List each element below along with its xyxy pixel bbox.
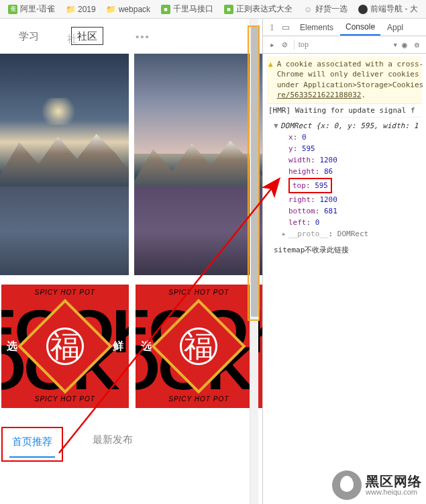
- bookmark-yuque[interactable]: 雀阿里-语雀: [4, 2, 59, 16]
- devtools-panel: ⟟ ▭ Elements Console Appl ▸ ⊘ top ▼ ◉ ⚙ …: [263, 19, 426, 504]
- content-tabs: 首页推荐 最新发布: [0, 417, 262, 475]
- devtools-tabbar: ⟟ ▭ Elements Console Appl: [263, 19, 426, 36]
- gear-icon[interactable]: ⚙: [412, 39, 422, 51]
- hero-image-1[interactable]: [0, 54, 129, 275]
- warning-link[interactable]: re/5633521622188032: [277, 91, 362, 99]
- console-log-sitemap[interactable]: sitemap不收录此链接: [267, 242, 422, 258]
- hero-images: [0, 54, 262, 275]
- smile-icon: ☺: [303, 5, 313, 14]
- chevron-down-icon[interactable]: ▼: [394, 42, 397, 48]
- card-1[interactable]: SPICY HOT POT EOOK OOK 选 鲜 福 SPICY HOT P…: [1, 285, 129, 408]
- inspect-icon[interactable]: ⟟: [267, 21, 277, 34]
- device-icon[interactable]: ▭: [278, 21, 293, 34]
- card-2[interactable]: SPICY HOT POT EOOK OOK 选 福 SPICY HOT POT: [136, 285, 263, 408]
- clear-console-icon[interactable]: ⊘: [280, 38, 290, 51]
- nav-study[interactable]: 学习: [13, 28, 44, 46]
- green-icon: ■: [161, 5, 170, 14]
- folder-icon: 📁: [66, 5, 75, 14]
- circle-icon: [358, 5, 368, 14]
- scrollbar-track[interactable]: [250, 19, 258, 504]
- bookmarks-bar: 雀阿里-语雀 📁2019 📁webpack ■千里马接口 ■正则表达式大全 ☺好…: [0, 0, 426, 19]
- main-area: 学习 社 社区 ••• SPICY HOT POT EOOK OOK 选 鲜: [0, 19, 426, 504]
- context-filter[interactable]: top: [294, 40, 392, 50]
- tab-elements[interactable]: Elements: [295, 20, 339, 35]
- annotation-top-box: top: 595: [288, 178, 332, 193]
- bookmark-webpack[interactable]: 📁webpack: [103, 3, 154, 15]
- console-object-domrect[interactable]: ▼DOMRect {x: 0, y: 595, width: 1 x: 0 y:…: [267, 117, 422, 242]
- green-icon: ■: [224, 5, 233, 14]
- card-row: SPICY HOT POT EOOK OOK 选 鲜 福 SPICY HOT P…: [0, 275, 262, 417]
- console-toolbar: ▸ ⊘ top ▼ ◉ ⚙: [263, 36, 426, 54]
- tab-highlight-box: 首页推荐: [1, 427, 63, 462]
- console-warning[interactable]: ▲ A cookie associated with a cross- Chro…: [267, 56, 422, 104]
- website-viewport: 学习 社 社区 ••• SPICY HOT POT EOOK OOK 选 鲜: [0, 19, 263, 504]
- sidebar-toggle-icon[interactable]: ▸: [267, 38, 278, 51]
- yuque-icon: 雀: [8, 5, 17, 14]
- bookmark-regex[interactable]: ■正则表达式大全: [220, 2, 297, 16]
- bookmark-qianlima[interactable]: ■千里马接口: [157, 2, 217, 16]
- tab-app[interactable]: Appl: [382, 20, 409, 35]
- bookmark-frontend[interactable]: 前端导航 - 大: [354, 2, 422, 16]
- tab-console[interactable]: Console: [340, 19, 380, 36]
- warning-icon: ▲: [268, 59, 273, 101]
- folder-icon: 📁: [107, 5, 116, 14]
- bookmark-2019[interactable]: 📁2019: [62, 3, 100, 15]
- scrollbar-thumb[interactable]: [251, 27, 258, 317]
- tab-home-recommend[interactable]: 首页推荐: [9, 432, 55, 458]
- site-nav: 学习 社 社区 •••: [0, 19, 262, 54]
- nav-more[interactable]: •••: [130, 28, 156, 45]
- tab-latest[interactable]: 最新发布: [90, 430, 136, 462]
- eye-icon[interactable]: ◉: [399, 38, 410, 51]
- console-body: ▲ A cookie associated with a cross- Chro…: [263, 54, 426, 504]
- bookmark-haohuo[interactable]: ☺好货一选: [299, 2, 352, 16]
- hero-image-2[interactable]: [134, 54, 263, 275]
- console-log-hmr[interactable]: [HMR] Waiting for update signal f: [267, 104, 422, 117]
